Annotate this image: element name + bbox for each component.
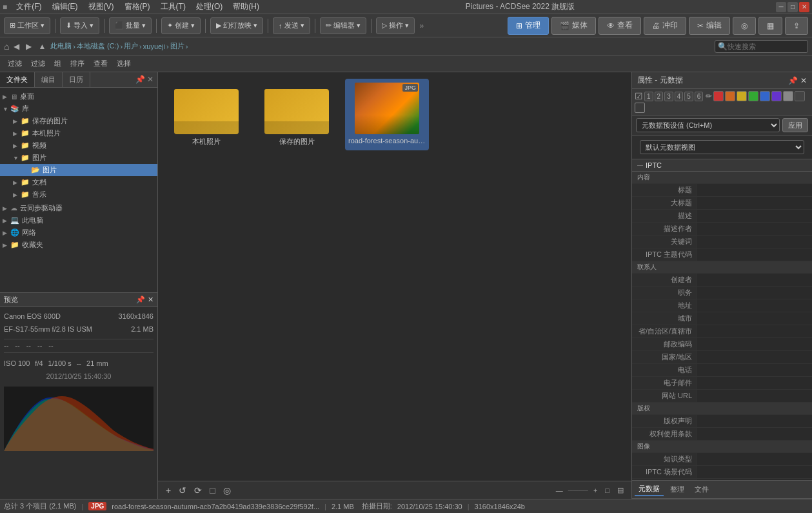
menu-help[interactable]: 帮助(H) bbox=[228, 0, 264, 14]
meta-value-website[interactable] bbox=[697, 390, 812, 402]
nav-up-icon[interactable]: ▲ bbox=[36, 42, 48, 51]
menu-file[interactable]: 文件(F) bbox=[11, 0, 46, 14]
editor-button[interactable]: ✏ 编辑器 ▾ bbox=[320, 17, 366, 34]
meta-value-knowledge[interactable] bbox=[697, 453, 812, 465]
meta-value-country[interactable] bbox=[697, 351, 812, 363]
batch-button[interactable]: ⬛ 批量 ▾ bbox=[109, 17, 152, 34]
square-btn[interactable]: □ bbox=[207, 484, 217, 497]
sidebar-item-videos[interactable]: ▶ 📁 视频 bbox=[0, 139, 157, 152]
tab-file[interactable]: 文件 bbox=[691, 483, 713, 496]
meta-value-desc-author[interactable] bbox=[697, 223, 812, 235]
home-icon[interactable]: ⌂ bbox=[4, 41, 9, 52]
num-tab-6[interactable]: 6 bbox=[695, 92, 704, 101]
meta-value-creator[interactable] bbox=[697, 274, 812, 286]
sidebar-item-network[interactable]: ▶ 🌐 网络 bbox=[0, 226, 157, 239]
sidebar-item-library[interactable]: ▼ 📚 库 bbox=[0, 103, 157, 115]
menu-edit[interactable]: 编辑(E) bbox=[47, 0, 83, 14]
view-mode-button[interactable]: 👁 查看 bbox=[599, 17, 641, 35]
color-dot-darkgray[interactable] bbox=[795, 91, 805, 101]
tab-folder[interactable]: 文件夹 bbox=[0, 72, 35, 87]
nav-back-icon[interactable]: ◀ bbox=[12, 42, 21, 51]
workspace-button[interactable]: ⊞ 工作区 ▾ bbox=[4, 17, 50, 34]
color-dot-blue[interactable] bbox=[760, 91, 770, 101]
meta-input-creator[interactable] bbox=[699, 275, 809, 283]
sidebar-item-music[interactable]: ▶ 📁 音乐 bbox=[0, 188, 157, 201]
meta-value-phone[interactable] bbox=[697, 364, 812, 376]
color-dot-orange[interactable] bbox=[725, 91, 735, 101]
tree-arrow-cloud[interactable]: ▶ bbox=[3, 205, 9, 212]
meta-value-usage[interactable] bbox=[697, 428, 812, 440]
action-button[interactable]: ▷ 操作 ▾ bbox=[376, 17, 415, 34]
slideshow-button[interactable]: ▶ 幻灯放映 ▾ bbox=[210, 17, 263, 34]
sidebar-item-documents[interactable]: ▶ 📁 文档 bbox=[0, 176, 157, 188]
meta-value-iptc-code[interactable] bbox=[697, 248, 812, 261]
edit-mode-button[interactable]: ✂ 编辑 bbox=[689, 17, 730, 35]
maximize-button[interactable]: □ bbox=[787, 2, 798, 12]
tree-arrow-fav[interactable]: ▶ bbox=[3, 242, 9, 248]
file-item-autumn[interactable]: JPG road-forest-season-autumn-... bbox=[345, 79, 429, 150]
meta-value-address[interactable] bbox=[697, 299, 812, 312]
group-button[interactable]: 组 bbox=[52, 57, 64, 70]
meta-input-province[interactable] bbox=[699, 327, 809, 334]
sidebar-item-favorites[interactable]: ▶ 📁 收藏夹 bbox=[0, 239, 157, 251]
meta-input-email[interactable] bbox=[699, 378, 809, 386]
color-dot-empty[interactable] bbox=[635, 103, 645, 113]
color-dot-red[interactable] bbox=[713, 91, 724, 101]
chart-button[interactable]: ▦ bbox=[758, 17, 782, 35]
color-dot-purple[interactable] bbox=[771, 91, 782, 101]
sidebar-item-saved-photos[interactable]: ▶ 📁 保存的图片 bbox=[0, 115, 157, 127]
tree-arrow-network[interactable]: ▶ bbox=[3, 230, 9, 236]
meta-input-headline[interactable] bbox=[699, 198, 809, 206]
tree-arrow-desktop[interactable]: ▶ bbox=[3, 94, 9, 100]
meta-preset-select[interactable]: 元数据预设值 (Ctrl+M) bbox=[636, 118, 780, 132]
meta-value-title[interactable] bbox=[697, 184, 812, 196]
meta-input-phone[interactable] bbox=[699, 365, 809, 373]
list-view-btn[interactable]: ▤ bbox=[615, 485, 626, 496]
meta-input-country[interactable] bbox=[699, 352, 809, 360]
num-tab-2[interactable]: 2 bbox=[655, 92, 664, 101]
meta-input-iptc-code[interactable] bbox=[699, 250, 809, 257]
search-input[interactable] bbox=[728, 43, 805, 50]
breadcrumb-item-pictures[interactable]: 图片 bbox=[170, 41, 184, 51]
meta-input-job[interactable] bbox=[699, 288, 809, 296]
sidebar-item-thispc[interactable]: ▶ 💻 此电脑 bbox=[0, 214, 157, 226]
view-button[interactable]: 查看 bbox=[91, 57, 110, 70]
breadcrumb-item-disk[interactable]: 本地磁盘 (C:) bbox=[77, 41, 119, 51]
tree-arrow-videos[interactable]: ▶ bbox=[13, 143, 19, 149]
meta-input-address[interactable] bbox=[699, 301, 809, 308]
zoom-plus-btn[interactable]: + bbox=[591, 485, 600, 496]
meta-input-city[interactable] bbox=[699, 314, 809, 321]
print-mode-button[interactable]: 🖨 冲印 bbox=[644, 17, 686, 35]
tree-arrow-camera[interactable]: ▶ bbox=[13, 130, 19, 137]
breadcrumb-item-users[interactable]: 用户 bbox=[124, 41, 138, 51]
meta-input-desc-author[interactable] bbox=[699, 224, 809, 232]
checkbox-icon[interactable]: ☑ bbox=[635, 91, 643, 101]
iptc-section-header[interactable]: — IPTC bbox=[632, 159, 812, 172]
import-button[interactable]: ⬇ 导入 ▾ bbox=[60, 17, 99, 34]
sidebar-item-camera-roll[interactable]: ▶ 📁 本机照片 bbox=[0, 127, 157, 139]
zoom-minus-btn[interactable]: — bbox=[553, 485, 566, 496]
sidebar-item-desktop[interactable]: ▶ 🖥 桌面 bbox=[0, 90, 157, 103]
add-btn[interactable]: + bbox=[163, 484, 173, 497]
thumb-view-btn[interactable]: □ bbox=[602, 485, 612, 496]
meta-value-postal[interactable] bbox=[697, 338, 812, 350]
share-button[interactable]: ⇪ bbox=[785, 17, 808, 35]
tab-metadata[interactable]: 元数据 bbox=[635, 483, 664, 496]
meta-value-copyright[interactable] bbox=[697, 415, 812, 427]
meta-input-knowledge[interactable] bbox=[699, 454, 809, 462]
meta-input-postal[interactable] bbox=[699, 339, 809, 347]
sidebar-item-pictures[interactable]: ▼ 📁 图片 bbox=[0, 152, 157, 164]
num-tab-1[interactable]: 1 bbox=[644, 92, 653, 101]
num-tab-3[interactable]: 3 bbox=[664, 92, 673, 101]
menu-pane[interactable]: 窗格(P) bbox=[119, 0, 155, 14]
meta-value-headline[interactable] bbox=[697, 197, 812, 209]
menu-process[interactable]: 处理(O) bbox=[191, 0, 228, 14]
right-panel-close-icon[interactable]: ✕ bbox=[800, 76, 807, 85]
sidebar-item-cloud[interactable]: ▶ ☁ 云同步驱动器 bbox=[0, 202, 157, 214]
sync-btn[interactable]: ⟳ bbox=[192, 484, 204, 497]
menu-tools[interactable]: 工具(T) bbox=[155, 0, 191, 14]
meta-input-copyright[interactable] bbox=[699, 416, 809, 424]
sidebar-item-pictures-sub[interactable]: ▶ 📂 图片 bbox=[0, 164, 157, 176]
meta-input-website[interactable] bbox=[699, 391, 809, 399]
media-mode-button[interactable]: 🎬 媒体 bbox=[551, 17, 596, 35]
